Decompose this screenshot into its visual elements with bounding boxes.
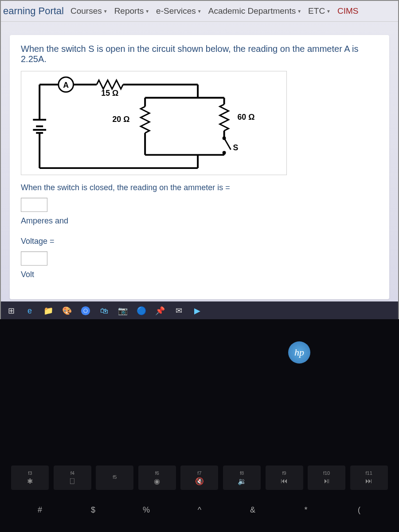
svg-text:60 Ω: 60 Ω	[237, 113, 254, 121]
voltage-answer-input[interactable]	[21, 251, 47, 266]
caret-down-icon: ▼	[326, 9, 331, 14]
caret-down-icon: ▼	[145, 9, 149, 14]
svg-text:15 Ω: 15 Ω	[101, 89, 118, 98]
top-navbar: earning Portal Courses ▼ Reports ▼ e-Ser…	[1, 1, 398, 22]
function-key-row: f3✱ f4⎕ f5 f6◉ f7🔇 f8🔉 f9⏮ f10⏯ f11⏭	[0, 466, 399, 490]
circuit-diagram: A 15 Ω 20 Ω 60 Ω	[21, 71, 287, 175]
f10-key[interactable]: f10⏯	[308, 466, 345, 490]
mute-icon: ◉	[154, 477, 160, 485]
paren-key[interactable]: (	[341, 505, 377, 515]
star-key[interactable]: *	[288, 505, 324, 515]
ammeter-answer-input[interactable]	[21, 198, 47, 212]
ammeter-label: A	[63, 81, 69, 90]
nav-etc[interactable]: ETC ▼	[308, 6, 331, 16]
number-key-row: # $ % ^ & * (	[0, 505, 399, 515]
amp-key[interactable]: &	[235, 505, 270, 515]
percent-key[interactable]: %	[129, 505, 164, 515]
svg-line-21	[224, 138, 231, 150]
f4-key[interactable]: f4⎕	[54, 466, 91, 490]
vol-up-icon: 🔉	[238, 477, 246, 485]
hash-key[interactable]: #	[22, 505, 58, 515]
chrome-icon[interactable]	[79, 304, 92, 317]
screen-area: earning Portal Courses ▼ Reports ▼ e-Ser…	[0, 0, 399, 319]
windows-taskbar[interactable]: ⊞ e 📁 🎨 🛍 📷 🔵 📌 ✉ ▶	[1, 301, 398, 320]
store-icon[interactable]: 🛍	[98, 304, 111, 317]
edge-icon[interactable]: e	[23, 304, 36, 317]
paint-icon[interactable]: 🎨	[60, 304, 74, 317]
f6-key[interactable]: f6◉	[138, 466, 176, 490]
f7-key[interactable]: f7🔇	[180, 466, 218, 490]
nav-academic[interactable]: Academic Departments ▼	[208, 6, 301, 16]
portal-brand[interactable]: earning Portal	[3, 5, 64, 17]
nav-reports[interactable]: Reports ▼	[114, 6, 149, 16]
task-view-icon[interactable]: ⊞	[4, 304, 18, 317]
nav-eservices[interactable]: e-Services ▼	[156, 6, 202, 16]
camera-icon[interactable]: 📷	[116, 304, 129, 317]
f9-key[interactable]: f9⏮	[266, 466, 303, 490]
file-explorer-icon[interactable]: 📁	[42, 304, 55, 317]
dollar-key[interactable]: $	[75, 505, 111, 515]
voltage-label: Voltage =	[21, 237, 378, 246]
prev-icon: ⏮	[281, 477, 288, 485]
f5-key[interactable]: f5	[96, 466, 133, 490]
caret-key[interactable]: ^	[182, 505, 217, 515]
amperes-label: Amperes and	[21, 216, 378, 226]
mail-icon[interactable]: ✉	[172, 304, 185, 317]
play-icon: ⏯	[323, 477, 330, 485]
svg-point-29	[84, 309, 87, 312]
hp-logo: hp	[288, 341, 310, 364]
question-intro: When the switch S is open in the circuit…	[21, 44, 378, 64]
caret-down-icon: ▼	[197, 9, 202, 14]
volt-label: Volt	[21, 270, 378, 279]
vol-down-icon: 🔇	[195, 477, 204, 485]
f3-key[interactable]: f3✱	[11, 466, 49, 490]
closed-switch-prompt: When the switch is closed, the reading o…	[21, 183, 378, 192]
svg-text:S: S	[233, 143, 238, 152]
nav-cims[interactable]: CIMS	[337, 6, 359, 16]
caret-down-icon: ▼	[297, 9, 301, 14]
caret-down-icon: ▼	[103, 9, 108, 14]
display-icon: ⎕	[70, 477, 74, 485]
next-icon: ⏭	[365, 477, 372, 485]
app-icon[interactable]: 🔵	[135, 304, 148, 317]
media-icon[interactable]: ▶	[191, 304, 204, 317]
pin-icon[interactable]: 📌	[153, 304, 167, 317]
svg-text:20 Ω: 20 Ω	[112, 115, 129, 124]
laptop-bezel	[0, 319, 399, 532]
question-panel: When the switch S is open in the circuit…	[10, 35, 389, 299]
f8-key[interactable]: f8🔉	[223, 466, 261, 490]
brightness-icon: ✱	[27, 477, 33, 485]
f11-key[interactable]: f11⏭	[350, 466, 388, 490]
nav-courses[interactable]: Courses ▼	[70, 6, 108, 16]
